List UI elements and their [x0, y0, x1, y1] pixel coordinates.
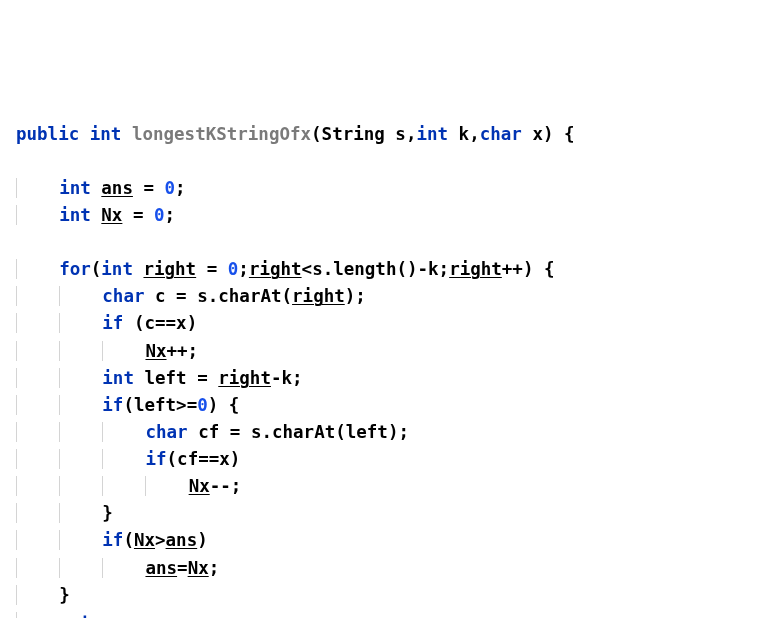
token-und: right — [292, 286, 345, 306]
code-line: for(int right = 0;right<s.length()-k;rig… — [16, 256, 754, 283]
code-line: Nx--; — [16, 473, 754, 500]
token-id: left — [144, 368, 186, 388]
token-id: charAt — [218, 286, 281, 306]
token-pun: ) — [345, 286, 356, 306]
code-line: if(Nx>ans) — [16, 527, 754, 554]
token-kw: public — [16, 124, 79, 144]
token-und: ans — [145, 558, 177, 578]
token-pun: = — [197, 368, 208, 388]
token-pun: = — [143, 178, 154, 198]
token-id: s — [197, 286, 208, 306]
code-line: int Nx = 0; — [16, 202, 754, 229]
code-line: if(left>=0) { — [16, 392, 754, 419]
token-pun: ( — [123, 530, 134, 550]
token-pun: ) — [388, 422, 399, 442]
token-und: right — [218, 368, 271, 388]
token-kw: int — [59, 178, 91, 198]
token-pun: ( — [167, 449, 178, 469]
token-pun: ( — [91, 259, 102, 279]
token-pun: --; — [210, 476, 242, 496]
token-und: right — [143, 259, 196, 279]
token-kw: int — [102, 368, 134, 388]
token-pun: = — [207, 259, 218, 279]
token-id: c — [155, 286, 166, 306]
code-line: int ans = 0; — [16, 175, 754, 202]
token-und: Nx — [145, 341, 166, 361]
code-line: ans=Nx; — [16, 555, 754, 582]
token-kw: return — [59, 612, 122, 618]
token-pun: - — [271, 368, 282, 388]
token-pun: ; — [165, 205, 176, 225]
token-id: String s — [322, 124, 406, 144]
token-pun: ( — [311, 124, 322, 144]
token-pun: ++) — [502, 259, 534, 279]
token-pun: . — [208, 286, 219, 306]
token-num: 0 — [197, 395, 208, 415]
token-kw: if — [102, 530, 123, 550]
token-id: k — [282, 368, 293, 388]
token-pun: = — [177, 558, 188, 578]
token-pun: } — [59, 585, 70, 605]
code-line: return ans; — [16, 609, 754, 618]
token-id: k — [459, 124, 470, 144]
code-line: char c = s.charAt(right); — [16, 283, 754, 310]
token-pun: ( — [134, 313, 145, 333]
code-line — [16, 148, 754, 175]
token-und: Nx — [101, 205, 122, 225]
token-id: length — [333, 259, 396, 279]
token-num: 0 — [228, 259, 239, 279]
token-pun: ; — [355, 286, 366, 306]
token-pun: ; — [439, 259, 450, 279]
token-kw: int — [101, 259, 133, 279]
token-pun: ++; — [167, 341, 199, 361]
token-id: left — [134, 395, 176, 415]
code-line — [16, 229, 754, 256]
token-kw: char — [480, 124, 522, 144]
token-kw: if — [102, 313, 123, 333]
token-pun: ()- — [396, 259, 428, 279]
token-kw: int — [90, 124, 122, 144]
token-kw: if — [102, 395, 123, 415]
code-line: Nx++; — [16, 338, 754, 365]
token-kw: for — [59, 259, 91, 279]
token-pun: == — [155, 313, 176, 333]
token-id: k — [428, 259, 439, 279]
token-und: Nx — [188, 558, 209, 578]
token-pun: , — [406, 124, 417, 144]
token-id: x — [219, 449, 230, 469]
token-und: Nx — [134, 530, 155, 550]
token-und: right — [449, 259, 502, 279]
token-pun: < — [302, 259, 313, 279]
token-und: ans — [166, 530, 198, 550]
token-pun: ) — [197, 530, 208, 550]
token-kw: int — [416, 124, 448, 144]
token-pun: . — [323, 259, 334, 279]
token-pun: ; — [209, 558, 220, 578]
token-pun: ; — [292, 368, 303, 388]
token-pun: ) — [543, 124, 554, 144]
token-pun: ( — [282, 286, 293, 306]
token-pun: { — [564, 124, 575, 144]
token-id: cf — [198, 422, 219, 442]
token-id: s — [312, 259, 323, 279]
token-pun: ( — [335, 422, 346, 442]
token-pun: ) — [187, 313, 198, 333]
token-pun: ( — [123, 395, 134, 415]
token-pun: } — [102, 503, 113, 523]
token-kw: char — [102, 286, 144, 306]
token-pun: = — [176, 286, 187, 306]
token-pun: ) — [230, 449, 241, 469]
token-kw: char — [145, 422, 187, 442]
token-pun: > — [155, 530, 166, 550]
code-line: if (c==x) — [16, 310, 754, 337]
code-line: public int longestKStringOfx(String s,in… — [16, 121, 754, 148]
token-id: c — [144, 313, 155, 333]
code-line: if(cf==x) — [16, 446, 754, 473]
token-id: cf — [177, 449, 198, 469]
token-pun: = — [133, 205, 144, 225]
token-pun: ; — [165, 612, 176, 618]
token-und: ans — [133, 612, 165, 618]
token-pun: ; — [175, 178, 186, 198]
token-und: ans — [101, 178, 133, 198]
token-pun: ; — [238, 259, 249, 279]
